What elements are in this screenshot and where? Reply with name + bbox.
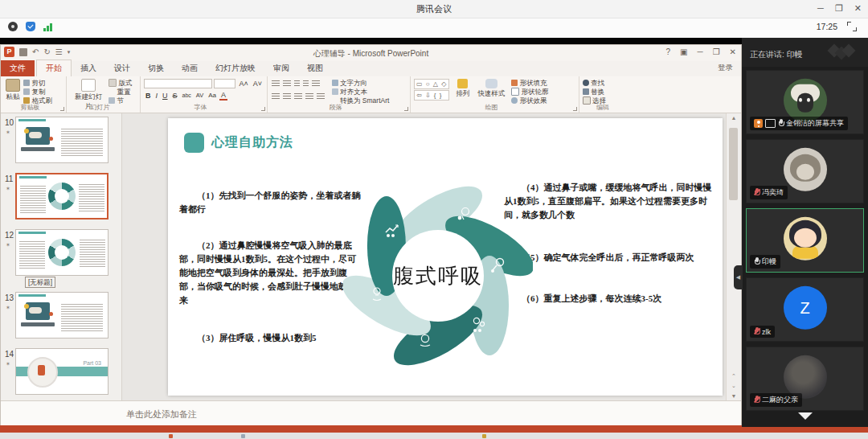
avatar-initial: Z	[800, 298, 809, 317]
tab-view[interactable]: 视图	[298, 60, 332, 76]
font-size-combobox[interactable]	[214, 79, 236, 88]
ppt-minimize-icon[interactable]: ─	[698, 47, 703, 56]
previous-slide-icon[interactable]: ⌃	[727, 373, 741, 380]
columns-icon[interactable]	[317, 93, 325, 100]
ribbon-group-clipboard: 粘贴 剪切 复制 格式刷 剪贴板	[1, 76, 67, 113]
align-text-button[interactable]: 对齐文本	[332, 88, 389, 96]
minimize-icon[interactable]: ─	[817, 2, 824, 14]
font-color-button[interactable]: A	[219, 91, 227, 101]
fullscreen-icon[interactable]	[847, 22, 857, 31]
align-center-icon[interactable]	[283, 93, 291, 100]
numbering-icon[interactable]	[283, 80, 291, 87]
slide-thumbnail-selected[interactable]	[15, 173, 108, 220]
tab-review[interactable]: 审阅	[264, 60, 298, 76]
powerpoint-window: P ↶ ↻ ☰ ▾ 心理辅导 - Microsoft PowerPoint ? …	[0, 44, 742, 435]
panel-collapse-handle[interactable]: ◀	[734, 265, 743, 289]
participant-tile[interactable]: 冯奕琦	[746, 139, 864, 203]
cut-button[interactable]: 剪切	[23, 79, 52, 87]
font-dialog-launcher[interactable]	[261, 107, 265, 111]
bold-button[interactable]: B	[144, 92, 153, 100]
quick-styles-button[interactable]: 快速样式	[477, 79, 505, 99]
notes-pane[interactable]: 单击此处添加备注	[1, 400, 741, 428]
increase-indent-icon[interactable]	[303, 80, 309, 87]
editing-area: 10 ✶ 11 ✶	[1, 113, 741, 400]
participant-tile-sharing[interactable]: 金翎洁的屏幕共享	[746, 70, 864, 134]
tab-home[interactable]: 开始	[36, 59, 72, 76]
copy-button[interactable]: 复制	[23, 88, 52, 96]
layout-button[interactable]: 版式	[108, 79, 132, 87]
ppt-restore-icon[interactable]: ❐	[713, 47, 720, 56]
slide-text-right: （4）通过鼻子或嘴，缓缓地将气呼出，同时慢慢从1数到5，直至腹部扁平。如果这个过…	[504, 181, 714, 317]
thumbnail-row-11: 11 ✶	[1, 173, 121, 223]
slide-number: 11	[5, 174, 13, 183]
meeting-info-icon[interactable]	[8, 22, 18, 31]
strikethrough-button[interactable]: S	[171, 92, 179, 100]
taskbar-sliver	[0, 433, 868, 439]
slide-number: 10	[5, 118, 14, 127]
slide-thumbnail[interactable]	[15, 292, 108, 338]
align-left-icon[interactable]	[272, 93, 280, 100]
participant-tile[interactable]: 二麻的父亲	[746, 347, 864, 411]
drawing-dialog-launcher[interactable]	[573, 107, 577, 111]
slide-scrollbar[interactable]: ▲ ⌃ ⌄ ▼	[726, 113, 741, 400]
shapes-gallery-row1[interactable]: ▭ ○ △ ◇	[414, 79, 449, 89]
tab-slideshow[interactable]: 幻灯片放映	[207, 60, 264, 76]
italic-button[interactable]: I	[154, 92, 160, 100]
tab-file[interactable]: 文件	[1, 60, 35, 76]
line-spacing-icon[interactable]	[312, 80, 320, 87]
swirl-center-label: 腹式呼吸	[393, 265, 483, 288]
slide-thumbnail[interactable]	[15, 229, 108, 276]
slide-thumbnail[interactable]	[15, 117, 108, 163]
participant-name: zlk	[762, 328, 771, 336]
title-accent-square	[184, 133, 204, 153]
bullets-icon[interactable]	[272, 80, 280, 87]
clear-formatting-button[interactable]: abc	[181, 92, 193, 98]
shape-outline-button[interactable]: 形状轮廓	[511, 88, 548, 96]
text-direction-button[interactable]: 文字方向	[332, 79, 389, 87]
tab-insert[interactable]: 插入	[72, 60, 105, 76]
justify-icon[interactable]	[305, 93, 313, 100]
ribbon-options-icon[interactable]: ▣	[680, 47, 687, 56]
arrange-button[interactable]: 排列	[456, 79, 469, 99]
ppt-close-icon[interactable]: ✕	[730, 47, 736, 56]
shrink-font-icon[interactable]: A˅	[252, 80, 264, 88]
close-icon[interactable]: ✕	[854, 2, 862, 14]
ribbon-group-slides: 新建幻灯片 版式 重置 节 幻灯片	[67, 76, 141, 113]
shapes-gallery-row2[interactable]: ⇦ ⇩ { }	[414, 90, 449, 101]
scrollbar-thumb[interactable]	[729, 128, 738, 200]
character-spacing-button[interactable]: AV	[194, 92, 205, 99]
tab-design[interactable]: 设计	[105, 60, 139, 76]
participant-tile-speaking[interactable]: 印幔	[746, 208, 864, 273]
slide-thumbnail-panel: 10 ✶ 11 ✶	[1, 113, 122, 400]
help-icon[interactable]: ?	[666, 47, 671, 56]
underline-button[interactable]: U	[161, 92, 170, 100]
find-button[interactable]: 查找	[583, 79, 606, 87]
scroll-down-icon[interactable]: ▼	[727, 393, 741, 399]
security-shield-icon[interactable]	[26, 22, 35, 31]
decrease-indent-icon[interactable]	[294, 80, 300, 87]
reset-button[interactable]: 重置	[108, 88, 132, 96]
status-bar-strip	[0, 425, 868, 433]
paragraph-dialog-launcher[interactable]	[404, 107, 408, 111]
font-name-combobox[interactable]	[144, 79, 212, 88]
scroll-more-participants-icon[interactable]	[798, 412, 813, 420]
maximize-icon[interactable]: ❐	[835, 2, 843, 14]
tab-transitions[interactable]: 切换	[139, 60, 173, 76]
participant-tile[interactable]: Z zlk	[746, 277, 864, 342]
shape-fill-button[interactable]: 形状填充	[511, 79, 548, 87]
arrange-icon	[457, 79, 468, 88]
slide[interactable]: 心理自助方法 （1）先找到一个舒服的姿势，坐着或者躺着都行 （2）通过鼻腔慢慢将…	[168, 118, 723, 396]
ribbon-group-editing: 查找 替换 选择 编辑	[579, 76, 633, 113]
thumb-title-bar	[18, 232, 46, 234]
change-case-button[interactable]: Aa	[207, 92, 218, 99]
grow-font-icon[interactable]: A˄	[237, 80, 249, 88]
next-slide-icon[interactable]: ⌄	[727, 383, 741, 389]
scroll-up-icon[interactable]: ▲	[727, 115, 741, 121]
clipboard-dialog-launcher[interactable]	[60, 107, 64, 111]
paste-button[interactable]: 粘贴	[6, 79, 20, 102]
align-right-icon[interactable]	[294, 93, 302, 100]
tab-animations[interactable]: 动画	[173, 60, 207, 76]
replace-button[interactable]: 替换	[583, 88, 606, 96]
animation-star-icon: ✶	[6, 305, 10, 311]
slide-thumbnail[interactable]: Part 03	[15, 348, 108, 395]
